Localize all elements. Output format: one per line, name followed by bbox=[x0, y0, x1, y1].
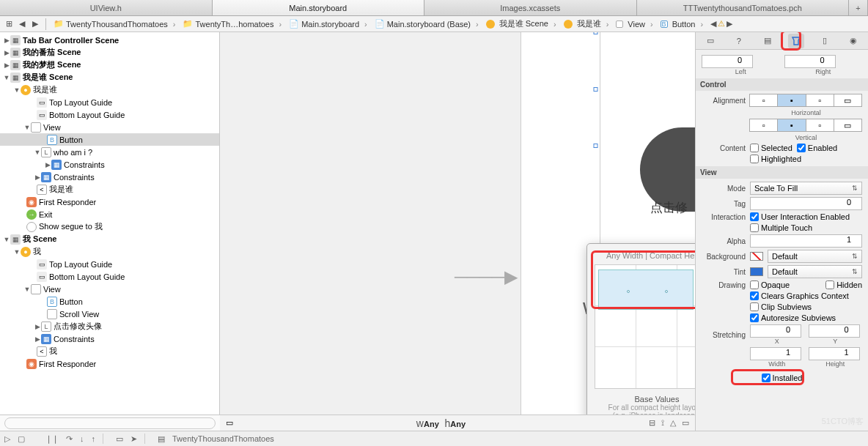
crumb[interactable]: 📁TwentyTh…homatoes bbox=[180, 19, 284, 29]
connections-inspector-tab[interactable]: ◉ bbox=[845, 34, 861, 48]
stretch-h-input[interactable]: 1 bbox=[809, 347, 860, 360]
guide-row[interactable]: ▭Top Layout Guide bbox=[0, 258, 219, 270]
multitouch-checkbox[interactable]: Multiple Touch bbox=[750, 223, 812, 232]
tab[interactable]: Main.storyboard bbox=[213, 0, 425, 15]
guide-row[interactable]: ▭Top Layout Guide bbox=[0, 96, 219, 108]
project-label: TwentyThousandThomatoes bbox=[172, 434, 274, 443]
align-icon[interactable]: ⊟ bbox=[649, 418, 655, 428]
warning-icon[interactable]: ⚠︎ bbox=[718, 19, 725, 29]
scene-row[interactable]: ▼▦我是谁 Scene bbox=[0, 71, 219, 83]
installed-checkbox[interactable]: Installed bbox=[705, 373, 859, 382]
constraints-row[interactable]: ▶▦Constraints bbox=[0, 158, 219, 171]
button-row[interactable]: BButton bbox=[0, 133, 219, 146]
attributes-inspector-tab[interactable] bbox=[788, 34, 804, 48]
first-responder-row[interactable]: ◉First Responder bbox=[0, 196, 219, 208]
vc-row[interactable]: ▼●我 bbox=[0, 245, 219, 258]
label-row[interactable]: ▶L点击修改头像 bbox=[0, 320, 219, 332]
scene-row[interactable]: ▶▦我的梦想 Scene bbox=[0, 59, 219, 71]
tab[interactable]: Images.xcassets bbox=[424, 0, 637, 15]
identity-inspector-tab[interactable]: ▤ bbox=[760, 34, 776, 48]
resizing-icon[interactable]: ▭ bbox=[682, 418, 689, 428]
cgc-checkbox[interactable]: Clears Graphics Context bbox=[750, 291, 849, 300]
label-row[interactable]: ▼Lwho am i ? bbox=[0, 146, 219, 158]
guide-row[interactable]: ▭Bottom Layout Guide bbox=[0, 270, 219, 283]
view-row[interactable]: ▼View bbox=[0, 121, 219, 133]
debug-view-icon[interactable]: ▭ bbox=[116, 434, 123, 444]
crumb[interactable]: 📄Main.storyboard (Base) bbox=[372, 19, 482, 29]
pin-icon[interactable]: ⟟ bbox=[661, 418, 664, 428]
outline-toggle-icon[interactable]: ▭ bbox=[226, 418, 233, 428]
crumb[interactable]: 我是谁 Scene bbox=[483, 18, 559, 29]
bg-color-swatch[interactable] bbox=[750, 252, 763, 261]
stretch-x-input[interactable]: 0 bbox=[750, 324, 801, 338]
continue-icon[interactable]: ▢ bbox=[18, 434, 25, 444]
uie-checkbox[interactable]: User Interaction Enabled bbox=[750, 212, 850, 221]
segue-row[interactable]: Show segue to 我 bbox=[0, 220, 219, 233]
scene-row[interactable]: ▶▦我的番茄 Scene bbox=[0, 46, 219, 59]
navitem-row[interactable]: <我 bbox=[0, 345, 219, 357]
pause-icon[interactable]: ❘❘ bbox=[45, 434, 59, 444]
process-icon[interactable]: ▤ bbox=[158, 434, 165, 444]
step-into-icon[interactable]: ↓ bbox=[80, 434, 84, 443]
stretch-y-input[interactable]: 0 bbox=[809, 324, 860, 338]
forward-button[interactable]: ▶ bbox=[29, 18, 41, 30]
size-class-toggle[interactable]: wAny hAny bbox=[416, 417, 466, 429]
view-section: View bbox=[696, 166, 868, 179]
bg-select[interactable]: Default bbox=[768, 250, 862, 263]
click-label: 点击修 bbox=[650, 199, 688, 216]
crumb[interactable]: 📄Main.storyboard bbox=[286, 19, 370, 29]
location-icon[interactable]: ➤ bbox=[130, 434, 137, 444]
size-class-grid[interactable] bbox=[595, 264, 695, 389]
scroll-row[interactable]: Scroll View bbox=[0, 308, 219, 320]
scene-row[interactable]: ▶▦Tab Bar Controller Scene bbox=[0, 34, 219, 46]
toggle-breakpoints-icon[interactable]: ▷ bbox=[4, 434, 10, 444]
vertical-alignment-seg[interactable]: ▫▪▫▭ bbox=[750, 119, 862, 132]
stretch-w-input[interactable]: 1 bbox=[750, 347, 801, 360]
tag-input[interactable]: 0 bbox=[750, 197, 862, 210]
tint-select[interactable]: Default bbox=[768, 265, 862, 278]
help-inspector-tab[interactable]: ? bbox=[731, 34, 747, 48]
base-values-label: Base Values bbox=[595, 395, 695, 404]
mode-select[interactable]: Scale To Fill bbox=[750, 182, 862, 195]
highlighted-checkbox[interactable]: Highlighted bbox=[750, 155, 801, 163]
tab[interactable]: TTTwentythousandTomatoes.pch bbox=[637, 0, 850, 15]
button-row[interactable]: BButton bbox=[0, 295, 219, 308]
clip-checkbox[interactable]: Clip Subviews bbox=[750, 302, 812, 311]
size-inspector-tab[interactable]: ▯ bbox=[817, 34, 833, 48]
view-row[interactable]: ▼View bbox=[0, 283, 219, 295]
opaque-checkbox[interactable]: Opaque bbox=[750, 280, 790, 289]
add-tab-button[interactable]: + bbox=[849, 0, 868, 15]
crumb[interactable]: View bbox=[613, 20, 655, 29]
first-responder-row[interactable]: ◉First Responder bbox=[0, 357, 219, 370]
file-inspector-tab[interactable]: ▭ bbox=[702, 34, 718, 48]
constraints-row[interactable]: ▶▦Constraints bbox=[0, 332, 219, 345]
exit-row[interactable]: →Exit bbox=[0, 208, 219, 220]
left-inset-input[interactable]: 0 bbox=[702, 55, 753, 68]
tint-color-swatch[interactable] bbox=[750, 267, 763, 276]
crumb[interactable]: 📁TwentyThousandThomatoes bbox=[51, 19, 178, 29]
scene-row[interactable]: ▼▦我 Scene bbox=[0, 233, 219, 245]
related-items-icon[interactable]: ⊞ bbox=[3, 18, 15, 30]
filter-input[interactable] bbox=[4, 417, 216, 429]
size-class-selection[interactable] bbox=[598, 270, 694, 310]
enabled-checkbox[interactable]: Enabled bbox=[797, 144, 837, 152]
horizontal-alignment-seg[interactable]: ▫▪▫▭ bbox=[750, 94, 862, 107]
right-inset-input[interactable]: 0 bbox=[784, 55, 836, 68]
autoresize-checkbox[interactable]: Autoresize Subviews bbox=[750, 313, 836, 322]
crumb[interactable]: BButton bbox=[658, 20, 706, 29]
selected-checkbox[interactable]: Selected bbox=[750, 144, 792, 152]
step-over-icon[interactable]: ↷ bbox=[66, 434, 73, 444]
alpha-input[interactable]: 1 bbox=[750, 234, 862, 248]
resolve-icon[interactable]: △ bbox=[670, 418, 676, 428]
guide-row[interactable]: ▭Bottom Layout Guide bbox=[0, 108, 219, 121]
tab[interactable]: UIView.h bbox=[0, 0, 213, 15]
step-out-icon[interactable]: ↑ bbox=[92, 434, 96, 443]
storyboard-canvas[interactable]: ────▶ who am i ⎘ 点击修 UIScrol Any Width |… bbox=[220, 32, 695, 431]
vc-row[interactable]: ▼●我是谁 bbox=[0, 83, 219, 96]
size-class-popover[interactable]: Any Width | Compact Height Base Values F… bbox=[586, 243, 695, 428]
crumb[interactable]: 我是谁 bbox=[561, 18, 612, 29]
back-button[interactable]: ◀ bbox=[16, 18, 28, 30]
constraints-row[interactable]: ▶▦Constraints bbox=[0, 171, 219, 183]
navitem-row[interactable]: <我是谁 bbox=[0, 183, 219, 196]
hidden-checkbox[interactable]: Hidden bbox=[825, 280, 862, 289]
